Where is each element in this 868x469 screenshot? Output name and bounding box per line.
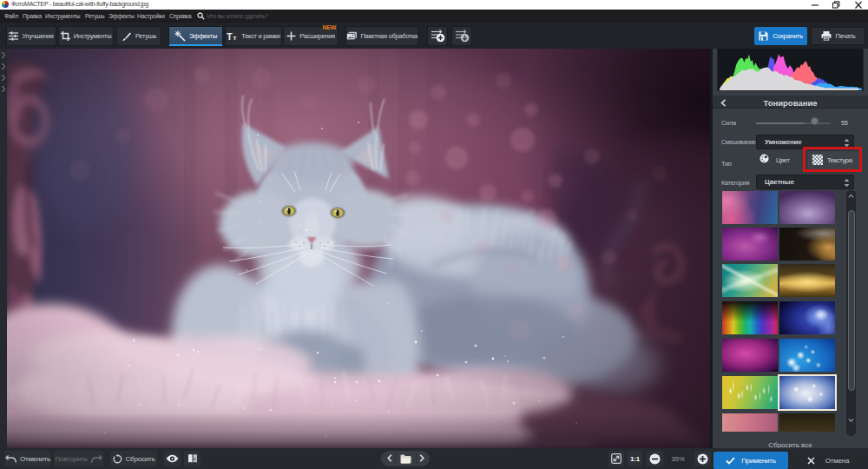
svg-text:т: т [233, 34, 237, 42]
svg-text:T: T [227, 31, 233, 41]
